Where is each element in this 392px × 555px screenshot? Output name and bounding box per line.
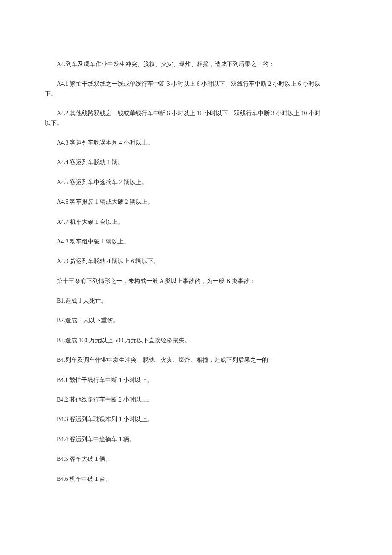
paragraph: A4.6 客车报废 1 辆或大破 2 辆以上。 xyxy=(45,197,347,207)
paragraph: B1.造成 1 人死亡。 xyxy=(45,296,347,306)
document-body: A4.列车及调车作业中发生冲突、脱轨、火灾、爆炸、相撞，造成下列后果之一的： A… xyxy=(45,60,347,484)
paragraph: A4.4 客运列车脱轨 1 辆。 xyxy=(45,158,347,167)
paragraph: A4.9 货运列车脱轨 4 辆以上 6 辆以下。 xyxy=(45,257,347,266)
paragraph: B4.6 机车中破 1 台。 xyxy=(45,474,347,484)
paragraph: A4.1 繁忙干线双线之一线或单线行车中断 3 小时以上 6 小时以下，双线行车… xyxy=(45,79,347,89)
paragraph: A4.列车及调车作业中发生冲突、脱轨、火灾、爆炸、相撞，造成下列后果之一的： xyxy=(45,60,347,69)
paragraph: A4.5 客运列车中途摘车 2 辆以上。 xyxy=(45,178,347,187)
paragraph: B2.造成 5 人以下重伤。 xyxy=(45,316,347,325)
paragraph: B4.3 客运列车耽误本列 1 小时以上。 xyxy=(45,415,347,424)
paragraph: B4.1 繁忙干线行车中断 1 小时以上。 xyxy=(45,376,347,385)
paragraph-continue: 下。 xyxy=(45,89,347,98)
paragraph: B4.列车及调车作业中发生冲突、脱轨、火灾、爆炸、相撞，造成下列后果之一的： xyxy=(45,356,347,365)
paragraph: A4.2 其他线路双线之一线或单线行车中断 6 小时以上 10 小时以下，双线行… xyxy=(45,109,347,118)
paragraph: A4.8 动车组中破 1 辆以上。 xyxy=(45,237,347,246)
paragraph: A4.3 客运列车耽误本列 4 小时以上。 xyxy=(45,138,347,147)
paragraph: B4.4 客运列车中途摘车 1 辆。 xyxy=(45,435,347,444)
paragraph-continue: 以下。 xyxy=(45,119,347,128)
paragraph: B4.5 客车大破 1 辆。 xyxy=(45,454,347,464)
paragraph: A4.7 机车大破 1 台以上。 xyxy=(45,217,347,227)
paragraph: B3.造成 100 万元以上 500 万元以下直接经济损失。 xyxy=(45,336,347,345)
paragraph: B4.2 其他线路行车中断 2 小时以上。 xyxy=(45,395,347,405)
paragraph: 第十三条有下列情形之一，未构成一般 A 类以上事故的，为一般 B 类事故： xyxy=(45,277,347,286)
